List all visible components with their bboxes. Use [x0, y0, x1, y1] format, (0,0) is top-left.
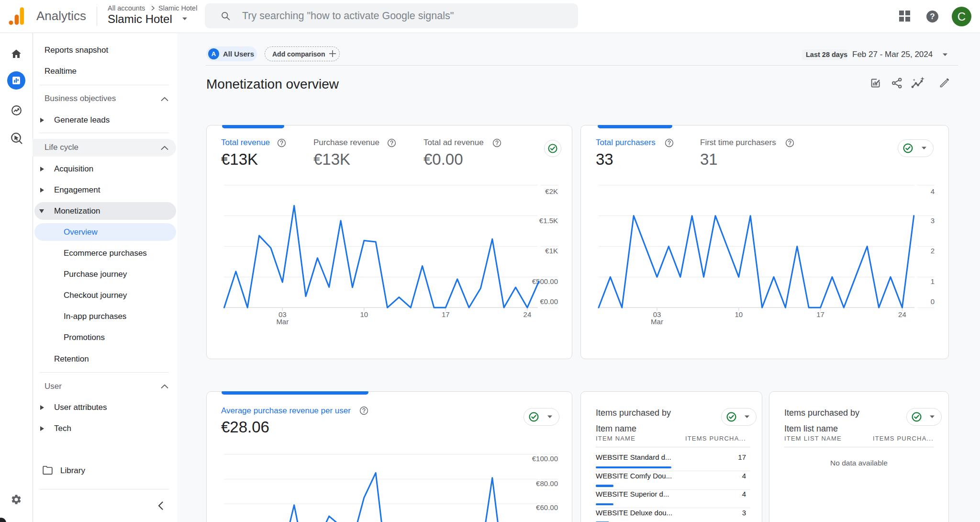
svg-text:€500.00: €500.00	[532, 277, 558, 285]
svg-text:10: 10	[360, 310, 368, 318]
svg-text:€60.00: €60.00	[536, 503, 558, 511]
svg-text:1: 1	[931, 277, 935, 285]
svg-text:2: 2	[931, 247, 935, 255]
svg-text:€1.5K: €1.5K	[539, 216, 558, 225]
svg-text:Mar: Mar	[651, 318, 663, 326]
svg-text:3: 3	[931, 216, 935, 225]
svg-text:03: 03	[278, 310, 287, 318]
svg-text:17: 17	[816, 310, 824, 318]
svg-text:17: 17	[442, 310, 450, 318]
svg-text:10: 10	[735, 310, 743, 318]
svg-text:€0.00: €0.00	[540, 297, 558, 306]
svg-text:€1K: €1K	[545, 247, 558, 255]
svg-text:€100.00: €100.00	[532, 454, 558, 463]
svg-text:24: 24	[523, 310, 532, 318]
svg-text:4: 4	[931, 187, 935, 195]
svg-text:24: 24	[898, 310, 906, 318]
svg-text:€80.00: €80.00	[536, 479, 558, 488]
svg-text:03: 03	[653, 310, 661, 318]
svg-text:Mar: Mar	[276, 318, 289, 326]
svg-text:0: 0	[931, 297, 935, 306]
svg-text:€2K: €2K	[545, 187, 558, 195]
